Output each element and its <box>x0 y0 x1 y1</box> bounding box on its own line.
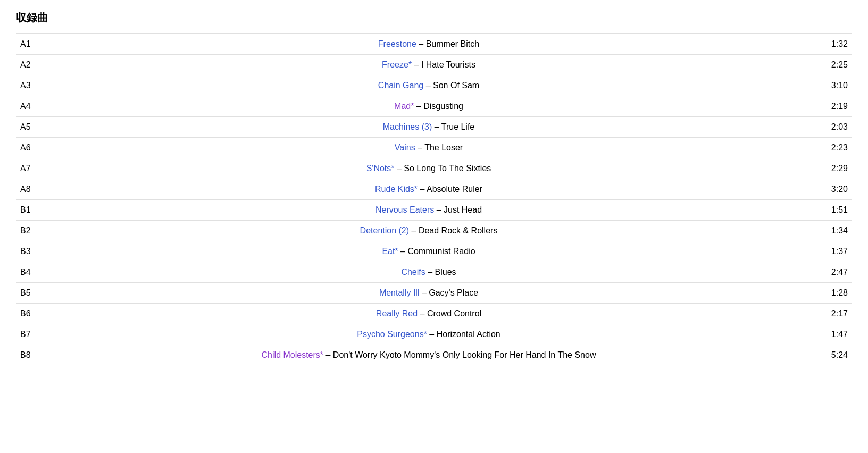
track-title: Gacy's Place <box>429 288 478 297</box>
artist-name[interactable]: Machines (3) <box>383 122 432 131</box>
track-info: Cheifs – Blues <box>48 262 809 283</box>
track-number: A8 <box>16 179 48 200</box>
track-separator: – <box>418 184 427 194</box>
track-info: Chain Gang – Son Of Sam <box>48 76 809 96</box>
page-title: 収録曲 <box>16 11 852 25</box>
table-row: A5Machines (3) – True Life2:03 <box>16 117 852 138</box>
track-info: Freestone – Bummer Bitch <box>48 34 809 55</box>
track-duration: 1:34 <box>809 221 852 241</box>
track-duration: 2:29 <box>809 158 852 179</box>
track-number: A1 <box>16 34 48 55</box>
track-duration: 1:37 <box>809 241 852 262</box>
track-duration: 2:17 <box>809 304 852 324</box>
table-row: A2Freeze* – I Hate Tourists2:25 <box>16 55 852 76</box>
track-info: Freeze* – I Hate Tourists <box>48 55 809 76</box>
track-number: A5 <box>16 117 48 138</box>
track-title: Bummer Bitch <box>426 39 479 48</box>
track-title: Absolute Ruler <box>427 184 482 194</box>
artist-name[interactable]: Rude Kids* <box>375 184 418 194</box>
track-info: Eat* – Communist Radio <box>48 241 809 262</box>
track-separator: – <box>418 309 427 318</box>
track-separator: – <box>425 267 435 276</box>
track-info: Psycho Surgeons* – Horizontal Action <box>48 324 809 345</box>
artist-name[interactable]: Eat* <box>382 247 398 256</box>
artist-name[interactable]: Nervous Eaters <box>375 205 434 214</box>
table-row: B7Psycho Surgeons* – Horizontal Action1:… <box>16 324 852 345</box>
track-info: Machines (3) – True Life <box>48 117 809 138</box>
track-number: A3 <box>16 76 48 96</box>
artist-name[interactable]: Freestone <box>378 39 416 48</box>
track-separator: – <box>419 288 429 297</box>
track-duration: 1:32 <box>809 34 852 55</box>
artist-name[interactable]: Freeze* <box>382 60 412 69</box>
table-row: B3Eat* – Communist Radio1:37 <box>16 241 852 262</box>
track-duration: 3:10 <box>809 76 852 96</box>
artist-name[interactable]: Child Molesters* <box>262 350 323 359</box>
track-info: Mentally Ill – Gacy's Place <box>48 283 809 304</box>
track-info: Mad* – Disgusting <box>48 96 809 117</box>
track-title: Blues <box>435 267 456 276</box>
artist-name[interactable]: Mad* <box>394 102 414 111</box>
table-row: A1Freestone – Bummer Bitch1:32 <box>16 34 852 55</box>
track-title: Communist Radio <box>407 247 475 256</box>
table-row: B8Child Molesters* – Don't Worry Kyoto M… <box>16 345 852 366</box>
track-separator: – <box>427 330 437 339</box>
artist-name[interactable]: Really Red <box>376 309 418 318</box>
artist-name[interactable]: Chain Gang <box>378 81 423 90</box>
track-separator: – <box>414 102 423 111</box>
track-number: B1 <box>16 200 48 221</box>
track-number: A4 <box>16 96 48 117</box>
track-title: The Loser <box>424 143 463 152</box>
track-duration: 2:23 <box>809 138 852 158</box>
table-row: A6Vains – The Loser2:23 <box>16 138 852 158</box>
track-number: B2 <box>16 221 48 241</box>
track-duration: 1:51 <box>809 200 852 221</box>
track-separator: – <box>423 81 433 90</box>
track-duration: 2:47 <box>809 262 852 283</box>
table-row: B1Nervous Eaters – Just Head1:51 <box>16 200 852 221</box>
track-number: B3 <box>16 241 48 262</box>
track-duration: 5:24 <box>809 345 852 366</box>
track-separator: – <box>415 143 425 152</box>
track-duration: 1:28 <box>809 283 852 304</box>
track-title: Just Head <box>444 205 482 214</box>
track-duration: 2:19 <box>809 96 852 117</box>
table-row: A3Chain Gang – Son Of Sam3:10 <box>16 76 852 96</box>
table-row: B4Cheifs – Blues2:47 <box>16 262 852 283</box>
artist-name[interactable]: Cheifs <box>401 267 425 276</box>
track-title: Crowd Control <box>427 309 481 318</box>
track-title: Don't Worry Kyoto Mommy's Only Looking F… <box>333 350 596 359</box>
track-info: Child Molesters* – Don't Worry Kyoto Mom… <box>48 345 809 366</box>
artist-name[interactable]: Mentally Ill <box>379 288 420 297</box>
track-separator: – <box>432 122 441 131</box>
artist-name[interactable]: Vains <box>395 143 415 152</box>
track-number: A6 <box>16 138 48 158</box>
track-title: Horizontal Action <box>437 330 500 339</box>
table-row: A7S'Nots* – So Long To The Sixties2:29 <box>16 158 852 179</box>
track-number: B4 <box>16 262 48 283</box>
track-duration: 2:25 <box>809 55 852 76</box>
track-separator: – <box>434 205 444 214</box>
track-number: B8 <box>16 345 48 366</box>
track-title: I Hate Tourists <box>421 60 475 69</box>
track-duration: 2:03 <box>809 117 852 138</box>
table-row: B2Detention (2) – Dead Rock & Rollers1:3… <box>16 221 852 241</box>
track-separator: – <box>395 164 404 173</box>
track-title: Disgusting <box>423 102 463 111</box>
track-separator: – <box>398 247 408 256</box>
artist-name[interactable]: Psycho Surgeons* <box>357 330 427 339</box>
track-duration: 3:20 <box>809 179 852 200</box>
artist-name[interactable]: S'Nots* <box>366 164 395 173</box>
table-row: B5Mentally Ill – Gacy's Place1:28 <box>16 283 852 304</box>
track-info: S'Nots* – So Long To The Sixties <box>48 158 809 179</box>
track-info: Really Red – Crowd Control <box>48 304 809 324</box>
track-separator: – <box>323 350 333 359</box>
artist-name[interactable]: Detention (2) <box>360 226 410 235</box>
track-title: Dead Rock & Rollers <box>419 226 498 235</box>
track-info: Vains – The Loser <box>48 138 809 158</box>
tracklist-table: A1Freestone – Bummer Bitch1:32A2Freeze* … <box>16 33 852 365</box>
track-number: A7 <box>16 158 48 179</box>
track-title: So Long To The Sixties <box>404 164 491 173</box>
table-row: A4Mad* – Disgusting2:19 <box>16 96 852 117</box>
track-title: Son Of Sam <box>433 81 479 90</box>
